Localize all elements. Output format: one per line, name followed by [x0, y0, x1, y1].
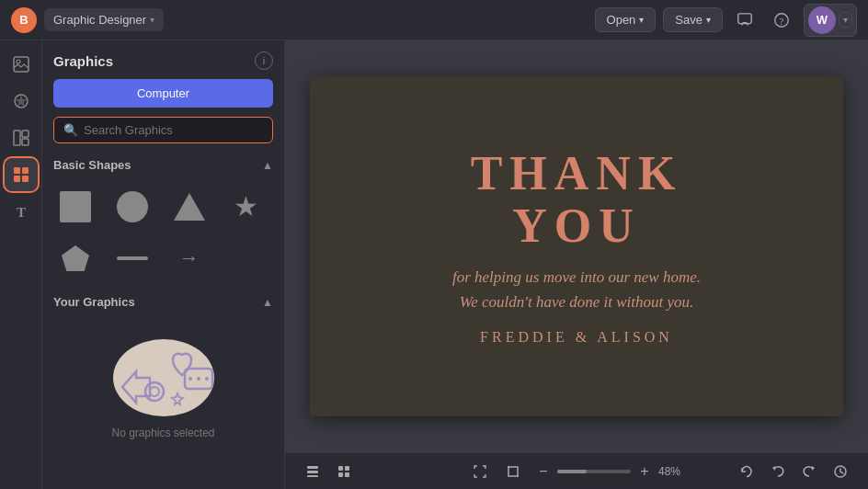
collapse-icon[interactable]: ▲ — [262, 159, 273, 172]
canvas-card: THANK YOU for helping us move into our n… — [310, 76, 843, 416]
zoom-percent: 48% — [658, 465, 686, 478]
sidebar-item-photos[interactable] — [5, 48, 38, 81]
main-area: T Graphics i Computer 🔍 Basic Shapes ▲ — [0, 40, 868, 489]
card-content: THANK YOU for helping us move into our n… — [434, 129, 719, 365]
fit-screen-button[interactable] — [467, 459, 493, 484]
user-menu-button[interactable]: W ▾ — [804, 4, 857, 37]
grid-button[interactable] — [331, 459, 357, 484]
user-avatar: W — [808, 6, 836, 34]
shape-pentagon[interactable] — [53, 236, 97, 280]
shape-arrow[interactable]: → — [167, 236, 211, 280]
svg-rect-27 — [338, 472, 343, 477]
sidebar-item-text[interactable]: T — [5, 195, 38, 228]
svg-point-4 — [17, 60, 20, 63]
search-box: 🔍 — [53, 117, 273, 143]
shape-square[interactable] — [53, 185, 97, 229]
svg-text:?: ? — [780, 15, 784, 26]
svg-rect-8 — [22, 139, 29, 145]
crop-button[interactable] — [500, 459, 526, 484]
info-icon[interactable]: i — [255, 51, 273, 70]
search-input[interactable] — [84, 123, 263, 137]
svg-rect-25 — [338, 466, 343, 471]
open-button[interactable]: Open ▾ — [595, 7, 657, 32]
computer-button[interactable]: Computer — [53, 79, 273, 108]
bottom-right-controls — [734, 459, 853, 484]
svg-rect-24 — [307, 475, 318, 477]
basic-shapes-header: Basic Shapes ▲ — [53, 158, 273, 172]
bottom-center-controls: − + 48% — [467, 459, 686, 484]
save-button[interactable]: Save ▾ — [663, 7, 723, 32]
undo-button[interactable] — [765, 459, 791, 484]
svg-rect-10 — [22, 167, 29, 174]
zoom-out-button[interactable]: − — [533, 461, 554, 482]
svg-point-18 — [197, 377, 200, 381]
bottom-bar: − + 48% — [285, 452, 868, 489]
subtitle-text: for helping us move into our new home. W… — [452, 265, 701, 314]
sidebar-item-graphics[interactable] — [5, 158, 38, 191]
reset-button[interactable] — [734, 459, 760, 484]
shape-line[interactable] — [110, 236, 154, 280]
canvas-area: THANK YOU for helping us move into our n… — [285, 40, 868, 489]
svg-rect-11 — [14, 176, 20, 182]
app-title-button[interactable]: Graphic Designer ▾ — [44, 8, 164, 31]
topbar: B Graphic Designer ▾ Open ▾ Save ▾ ? W ▾ — [0, 0, 868, 40]
svg-rect-0 — [738, 13, 751, 23]
chat-button[interactable] — [730, 6, 760, 35]
sidebar-item-layout[interactable] — [5, 121, 38, 154]
zoom-slider[interactable] — [557, 470, 631, 473]
your-graphics-placeholder: No graphics selected — [53, 318, 273, 449]
your-graphics-title: Your Graphics — [53, 295, 135, 309]
shape-star[interactable]: ★ — [223, 185, 268, 229]
zoom-in-button[interactable]: + — [634, 461, 655, 482]
search-icon: 🔍 — [63, 123, 78, 137]
svg-rect-6 — [14, 131, 20, 145]
thank-you-text: THANK YOU — [452, 147, 701, 252]
help-button[interactable]: ? — [767, 6, 796, 35]
your-graphics-header: Your Graphics ▲ — [53, 295, 273, 309]
svg-point-19 — [205, 377, 209, 381]
chevron-down-icon: ▾ — [706, 15, 711, 25]
svg-text:T: T — [16, 205, 25, 220]
history-button[interactable] — [828, 459, 853, 484]
bottom-left-controls — [300, 459, 357, 484]
chevron-down-icon: ▾ — [639, 15, 644, 25]
svg-rect-26 — [345, 466, 349, 471]
sidebar-header: Graphics i — [53, 51, 273, 70]
no-graphics-text: No graphics selected — [111, 426, 214, 439]
names-text: FREDDIE & ALISON — [452, 329, 701, 346]
sidebar-item-elements[interactable] — [5, 85, 38, 118]
shapes-grid: ★ → — [53, 185, 273, 280]
svg-rect-12 — [22, 176, 29, 182]
layers-button[interactable] — [300, 459, 326, 484]
svg-point-17 — [188, 377, 192, 381]
shape-triangle[interactable] — [167, 185, 211, 229]
svg-rect-9 — [14, 167, 20, 174]
canvas-container[interactable]: THANK YOU for helping us move into our n… — [285, 40, 868, 452]
svg-rect-28 — [345, 472, 349, 477]
chevron-down-icon: ▾ — [839, 12, 852, 28]
svg-rect-7 — [22, 131, 29, 137]
chevron-down-icon: ▾ — [150, 15, 154, 25]
placeholder-illustration — [104, 327, 223, 419]
svg-rect-23 — [307, 471, 318, 473]
shape-circle[interactable] — [110, 185, 154, 229]
zoom-control: − + 48% — [533, 461, 686, 482]
icon-rail: T — [0, 40, 42, 489]
redo-button[interactable] — [796, 459, 822, 484]
collapse-icon[interactable]: ▲ — [262, 296, 273, 309]
svg-rect-3 — [14, 57, 29, 72]
sidebar-title: Graphics — [53, 53, 113, 69]
svg-rect-22 — [307, 466, 318, 469]
brand-logo: B — [11, 7, 37, 33]
basic-shapes-title: Basic Shapes — [53, 158, 131, 172]
sidebar-panel: Graphics i Computer 🔍 Basic Shapes ▲ ★ — [42, 40, 285, 489]
